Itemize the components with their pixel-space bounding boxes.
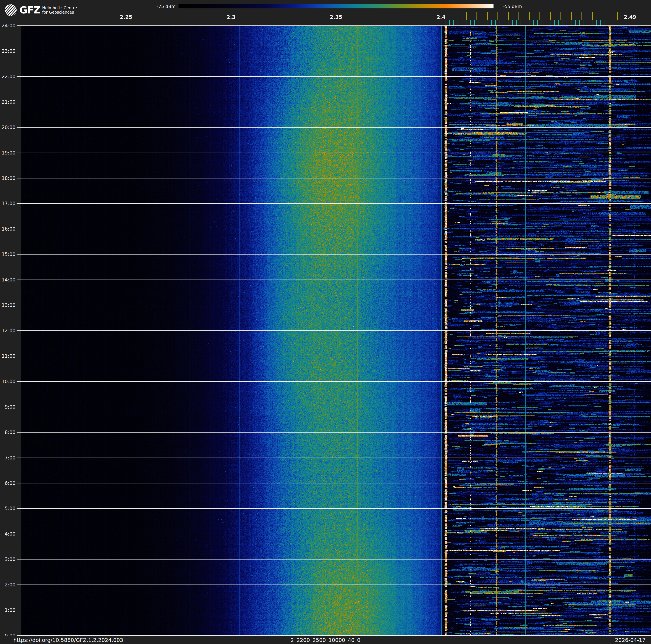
wifi-channel-tick <box>508 12 508 20</box>
time-tick <box>17 508 21 509</box>
freq-minor-tick <box>294 20 294 25</box>
ble-channel-tick <box>491 20 492 25</box>
time-tick <box>17 102 21 102</box>
time-tick-label: 17:00 <box>0 201 16 206</box>
time-tick-label: 15:00 <box>0 252 16 257</box>
time-tick <box>17 534 21 534</box>
time-tick-label: 22:00 <box>0 74 16 80</box>
ble-channel-tick <box>512 20 513 25</box>
freq-tick-label: 2.4 <box>432 14 451 20</box>
wifi-channel-tick <box>617 12 618 20</box>
wifi-channel-tick <box>582 12 582 20</box>
freq-minor-tick <box>357 20 357 25</box>
time-tick-label: 19:00 <box>0 150 16 156</box>
freq-minor-tick <box>273 20 273 25</box>
freq-minor-tick <box>399 20 399 25</box>
time-axis: 24:0023:0022:0021:0020:0019:0018:0017:00… <box>0 0 21 644</box>
time-tick-label: 9:00 <box>0 404 16 410</box>
ble-channel-tick <box>550 20 550 25</box>
time-tick <box>17 229 21 229</box>
time-tick-label: 18:00 <box>0 175 16 181</box>
doi-text: https://doi.org/10.5880/GFZ.1.2.2024.003 <box>13 637 123 643</box>
time-tick <box>17 635 21 636</box>
ble-channel-tick <box>495 20 496 25</box>
ble-channel-tick <box>600 20 601 25</box>
spectrogram-page: GFZ Helmholtz Centre for Geosciences -75… <box>0 0 651 644</box>
time-tick <box>17 559 21 559</box>
time-tick-label: 16:00 <box>0 226 16 232</box>
time-tick-label: 21:00 <box>0 99 16 105</box>
wifi-channel-tick <box>571 12 571 20</box>
freq-minor-tick <box>147 20 147 25</box>
wifi-channel-tick <box>560 12 561 20</box>
wifi-channel-tick <box>476 12 477 20</box>
freq-minor-tick <box>378 20 378 25</box>
ble-channel-tick <box>567 20 567 25</box>
footer-bar: https://doi.org/10.5880/GFZ.1.2.2024.003… <box>0 636 651 644</box>
time-tick <box>17 458 21 458</box>
time-tick <box>17 76 21 77</box>
time-tick-label: 24:00 <box>0 23 16 29</box>
time-tick <box>17 432 21 433</box>
time-tick-label: 10:00 <box>0 379 16 384</box>
ble-channel-tick <box>584 20 584 25</box>
time-tick <box>17 127 21 127</box>
ble-channel-tick <box>537 20 538 25</box>
freq-minor-tick <box>252 20 252 25</box>
freq-minor-tick <box>231 20 231 25</box>
time-tick-label: 1:00 <box>0 607 16 613</box>
ble-channel-tick <box>533 20 534 25</box>
time-tick <box>17 305 21 305</box>
freq-minor-tick <box>630 20 630 25</box>
wifi-channel-tick <box>539 12 540 20</box>
time-tick <box>17 280 21 280</box>
time-tick-label: 20:00 <box>0 124 16 130</box>
freq-tick-label: 2.35 <box>327 14 345 20</box>
time-tick <box>17 254 21 255</box>
time-tick <box>17 407 21 407</box>
ble-channel-tick <box>604 20 605 25</box>
time-tick <box>17 483 21 484</box>
time-tick-label: 3:00 <box>0 556 16 562</box>
time-tick-label: 7:00 <box>0 455 16 461</box>
freq-minor-tick <box>441 20 441 25</box>
ble-channel-tick <box>571 20 571 25</box>
time-tick <box>17 585 21 585</box>
ble-channel-tick <box>508 20 508 25</box>
time-tick-label: 5:00 <box>0 505 16 511</box>
freq-minor-tick <box>420 20 420 25</box>
ble-channel-tick <box>517 20 517 25</box>
ble-channel-tick <box>609 20 609 25</box>
ble-channel-tick <box>525 20 525 25</box>
time-tick <box>17 178 21 178</box>
time-tick-label: 14:00 <box>0 277 16 283</box>
ble-channel-tick <box>579 20 580 25</box>
ble-channel-tick <box>592 20 592 25</box>
wifi-channel-tick <box>592 12 593 20</box>
ble-channel-tick <box>554 20 555 25</box>
date-text: 2026-04-17 <box>615 637 646 643</box>
ble-channel-tick <box>487 20 488 25</box>
dataset-id-text: 2_2200_2500_10000_40_0 <box>291 637 361 643</box>
ble-channel-tick <box>474 20 475 25</box>
time-tick-label: 12:00 <box>0 328 16 333</box>
freq-tick-label: 2.3 <box>222 14 241 20</box>
freq-minor-tick <box>42 20 42 25</box>
ble-channel-tick <box>596 20 597 25</box>
ble-channel-tick <box>529 20 529 25</box>
time-tick-label: 23:00 <box>0 48 16 54</box>
ble-channel-tick <box>470 20 471 25</box>
frequency-axis: 2.252.32.352.42.49 <box>0 0 651 25</box>
wifi-channel-tick <box>497 12 498 20</box>
wifi-channel-tick <box>529 12 530 20</box>
ble-channel-tick <box>541 20 542 25</box>
freq-minor-tick <box>126 20 126 25</box>
time-tick <box>17 25 21 26</box>
freq-minor-tick <box>210 20 210 25</box>
time-tick-label: 4:00 <box>0 531 16 537</box>
ble-channel-tick <box>588 20 588 25</box>
freq-minor-tick <box>336 20 336 25</box>
freq-minor-tick <box>63 20 63 25</box>
ble-channel-tick <box>521 20 521 25</box>
freq-minor-tick <box>168 20 168 25</box>
